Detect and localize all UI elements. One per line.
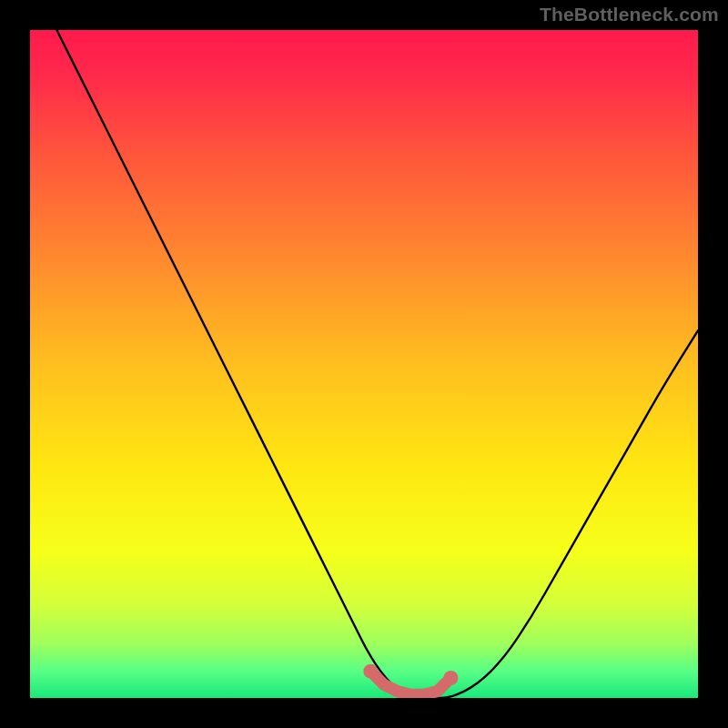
- chart-svg: [30, 30, 698, 698]
- chart-frame: TheBottleneck.com: [0, 0, 728, 728]
- optimal-range-endpoint: [443, 671, 458, 685]
- plot-area: [30, 30, 698, 698]
- watermark-text: TheBottleneck.com: [540, 4, 719, 25]
- gradient-background: [30, 30, 698, 698]
- optimal-range-endpoint: [363, 664, 378, 679]
